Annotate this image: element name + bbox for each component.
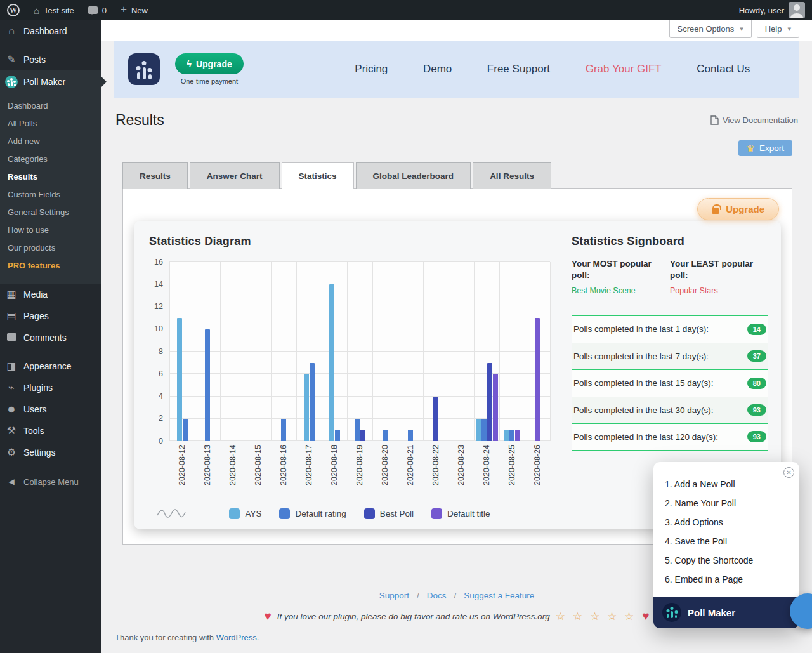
nav-link-pricing[interactable]: Pricing <box>355 63 388 76</box>
submenu-item-dashboard[interactable]: Dashboard <box>0 97 102 115</box>
sidebar-item-settings[interactable]: ⚙ Settings <box>0 442 102 463</box>
new-content-menu[interactable]: + New <box>114 0 155 20</box>
submenu-item-categories[interactable]: Categories <box>0 150 102 168</box>
docs-link[interactable]: Docs <box>427 591 447 600</box>
export-button[interactable]: ♛ Export <box>738 140 792 156</box>
bar-group <box>423 262 449 441</box>
submenu-item-results[interactable]: Results <box>0 168 102 186</box>
bar-group <box>525 262 550 441</box>
step-name-your-poll[interactable]: 2. Name Your Poll <box>665 494 788 513</box>
submenu-item-general-settings[interactable]: General Settings <box>0 204 102 221</box>
sidebar-item-plugins[interactable]: ⌁ Plugins <box>0 377 102 399</box>
star-icon: ☆ <box>573 610 585 623</box>
y-tick-label: 10 <box>154 326 163 334</box>
site-name-link[interactable]: ⌂ Test site <box>27 0 81 20</box>
comment-bubble-icon <box>88 6 98 14</box>
signature-squiggle-icon <box>157 506 186 519</box>
legend-item: Best Poll <box>364 508 414 519</box>
home-icon: ⌂ <box>34 6 39 15</box>
heart-icon: ♥ <box>265 609 272 623</box>
submenu-item-add-new[interactable]: Add new <box>0 133 102 150</box>
wp-footer-text: Thank you for creating with WordPress. <box>115 633 812 642</box>
sidebar-item-appearance[interactable]: ◨ Appearance <box>0 355 102 377</box>
help-button[interactable]: Help ▾ <box>757 20 799 38</box>
x-tick-label: 2020-08-18 <box>322 441 347 502</box>
suggest-feature-link[interactable]: Suggest a Feature <box>464 591 534 600</box>
sidebar-item-poll-maker[interactable]: Poll Maker <box>0 70 102 93</box>
comments-shortcut[interactable]: 0 <box>81 0 114 20</box>
bar-group <box>195 262 220 441</box>
nav-link-free-support[interactable]: Free Support <box>487 63 550 76</box>
tab-statistics[interactable]: Statistics <box>282 162 354 189</box>
least-popular-value: Popular Stars <box>670 286 761 295</box>
chart-bar <box>476 419 481 441</box>
sidebar-item-posts[interactable]: ✎ Posts <box>0 49 102 70</box>
collapse-menu-button[interactable]: ◀ Collapse Menu <box>0 471 102 492</box>
collapse-menu-label: Collapse Menu <box>23 477 79 487</box>
step-add-options[interactable]: 3. Add Options <box>665 513 788 532</box>
tab-results[interactable]: Results <box>122 162 188 189</box>
step-embed-in-page[interactable]: 6. Embed in a Page <box>665 570 788 589</box>
support-link[interactable]: Support <box>379 591 409 600</box>
submenu-item-how-to-use[interactable]: How to use <box>0 221 102 239</box>
link-separator: / <box>417 591 419 600</box>
tab-global-leaderboard[interactable]: Global Leaderboard <box>356 162 471 189</box>
tab-answer-chart[interactable]: Answer Chart <box>190 162 280 189</box>
submenu-item-custom-fields[interactable]: Custom Fields <box>0 186 102 204</box>
sidebar-item-users[interactable]: ☻ Users <box>0 399 102 420</box>
submenu-item-pro-features[interactable]: PRO features <box>0 257 102 275</box>
settings-icon: ⚙ <box>5 447 18 458</box>
submenu-item-all-polls[interactable]: All Polls <box>0 115 102 133</box>
sidebar-item-comments[interactable]: Comments <box>0 327 102 348</box>
one-time-payment-caption: One-time payment <box>181 77 238 85</box>
count-badge: 93 <box>747 431 766 442</box>
chart-bar <box>535 318 540 441</box>
sidebar-item-pages[interactable]: ▤ Pages <box>0 305 102 327</box>
upgrade-pill-button[interactable]: Upgrade <box>697 198 779 220</box>
upgrade-button[interactable]: ϟ Upgrade <box>175 53 244 74</box>
nav-link-demo[interactable]: Demo <box>423 63 452 76</box>
bar-group <box>372 262 398 441</box>
main-content: Screen Options ▾ Help ▾ ϟ Upgrade One-ti… <box>102 20 812 653</box>
step-copy-shortcode[interactable]: 5. Copy the Shortcode <box>665 551 788 570</box>
dashboard-icon: ⌂ <box>5 26 18 36</box>
chart-bar <box>515 430 520 441</box>
screen-options-button[interactable]: Screen Options ▾ <box>669 20 752 38</box>
legend-item: AYS <box>229 508 261 519</box>
sidebar-item-label: Tools <box>23 426 44 436</box>
chart-bar <box>183 419 188 441</box>
thanks-prefix: Thank you for creating with <box>115 633 214 642</box>
count-badge: 37 <box>747 350 766 362</box>
step-add-new-poll[interactable]: 1. Add a New Poll <box>665 475 788 494</box>
nav-link-grab-your-gift[interactable]: Grab Your GIFT <box>586 63 662 76</box>
view-documentation-label: View Documentation <box>723 115 798 125</box>
submenu-item-our-products[interactable]: Our products <box>0 239 102 257</box>
my-account-menu[interactable]: Howdy, user <box>732 0 812 20</box>
pages-icon: ▤ <box>5 311 18 321</box>
x-tick-label: 2020-08-21 <box>398 441 423 502</box>
step-save-the-poll[interactable]: 4. Save the Poll <box>665 532 788 551</box>
chart-bar <box>487 363 492 441</box>
view-documentation-link[interactable]: View Documentation <box>710 115 798 125</box>
chart-bar <box>504 430 509 441</box>
x-tick-label: 2020-08-25 <box>499 441 525 502</box>
wordpress-link[interactable]: WordPress <box>216 633 257 642</box>
chart-bar <box>335 430 340 441</box>
wordpress-menu[interactable]: W <box>0 0 27 20</box>
y-tick-label: 6 <box>159 370 163 378</box>
sidebar-item-label: Posts <box>23 55 46 65</box>
sidebar-item-dashboard[interactable]: ⌂ Dashboard <box>0 20 102 42</box>
document-icon <box>710 115 719 125</box>
bar-group <box>296 262 322 441</box>
sidebar-item-media[interactable]: ▦ Media <box>0 284 102 305</box>
sidebar-item-label: Dashboard <box>23 26 67 36</box>
chevron-down-icon: ▾ <box>787 25 791 33</box>
rating-stars[interactable]: ☆ ☆ ☆ ☆ ☆ <box>556 610 636 623</box>
close-icon[interactable]: ✕ <box>783 467 794 478</box>
onboarding-steps: 1. Add a New Poll 2. Name Your Poll 3. A… <box>653 462 799 597</box>
sidebar-item-tools[interactable]: ⚒ Tools <box>0 420 102 442</box>
tab-all-results[interactable]: All Results <box>473 162 551 189</box>
sidebar-item-label: Appearance <box>23 361 72 371</box>
nav-link-contact-us[interactable]: Contact Us <box>697 63 750 76</box>
x-tick-label: 2020-08-14 <box>220 441 246 502</box>
